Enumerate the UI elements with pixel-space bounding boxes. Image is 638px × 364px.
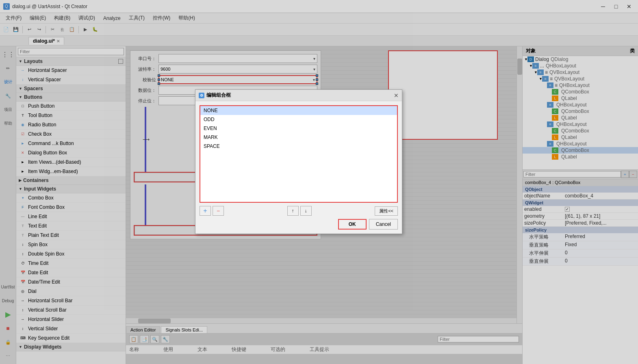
combo-cancel-btn[interactable]: Cancel: [369, 219, 398, 230]
combo-dialog-title-text: 编辑组合框: [206, 92, 231, 99]
combo-dialog-footer: OK Cancel: [200, 219, 398, 230]
combo-move-down-btn[interactable]: ↓: [300, 206, 312, 216]
combo-move-up-btn[interactable]: ↑: [287, 206, 299, 216]
combo-dialog: ⚙ 编辑组合框 ✕ NONE ODD EVEN MARK SPACE + − ↑: [195, 89, 402, 234]
combo-ok-btn[interactable]: OK: [338, 219, 367, 230]
combo-dialog-icon: ⚙: [199, 93, 204, 98]
combo-add-btn[interactable]: +: [200, 206, 211, 216]
combo-item-mark[interactable]: MARK: [200, 133, 397, 142]
combo-item-none[interactable]: NONE: [200, 106, 397, 115]
combo-item-space[interactable]: SPACE: [200, 142, 397, 151]
combo-dialog-close-btn[interactable]: ✕: [394, 92, 399, 99]
combo-dialog-toolbar: + − ↑ ↓ 属性<<: [200, 206, 398, 216]
modal-overlay: ⚙ 编辑组合框 ✕ NONE ODD EVEN MARK SPACE + − ↑: [0, 0, 638, 364]
combo-item-even[interactable]: EVEN: [200, 124, 397, 133]
combo-remove-btn[interactable]: −: [213, 206, 224, 216]
combo-list-area: NONE ODD EVEN MARK SPACE: [200, 105, 398, 203]
combo-item-odd[interactable]: ODD: [200, 115, 397, 124]
combo-dialog-title: ⚙ 编辑组合框 ✕: [195, 90, 402, 101]
combo-props-btn[interactable]: 属性<<: [375, 206, 398, 216]
combo-dialog-body: NONE ODD EVEN MARK SPACE + − ↑ ↓ 属性<< OK: [195, 101, 402, 234]
